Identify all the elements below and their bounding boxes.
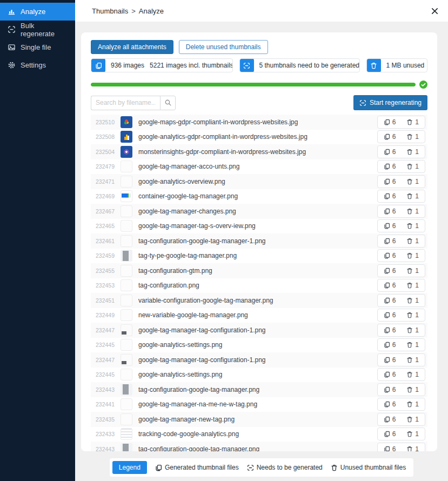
table-row[interactable]: 232447 google-tag-manager-tag-configurat…	[91, 352, 427, 368]
row-filename: variable-configuration-google-tag-manage…	[138, 297, 273, 304]
table-row[interactable]: 232504 monsterinsights-gdpr-compliant-in…	[91, 144, 427, 159]
table-row[interactable]: 232455 tag-configuration-gtm.png 6 1	[91, 263, 427, 278]
generated-count: 6	[392, 341, 396, 349]
start-regenerating-button[interactable]: Start regenerating	[353, 95, 427, 110]
unused-count-badge: 1	[406, 148, 419, 156]
table-row[interactable]: 232508 google-analytics-gdpr-compliant-i…	[91, 130, 427, 145]
copy-icon	[384, 297, 390, 304]
table-row[interactable]: 232445 google-analytics-settings.png 6 1	[91, 338, 427, 353]
copy-icon	[384, 342, 390, 348]
search-button[interactable]	[160, 96, 176, 110]
copy-icon	[384, 193, 390, 199]
delete-unused-button[interactable]: Delete unused thumbnails	[179, 40, 268, 54]
generated-count: 6	[392, 311, 396, 319]
row-thumbnail	[121, 131, 132, 143]
regenerate-icon	[8, 25, 16, 34]
search-input[interactable]	[91, 96, 160, 110]
table-row[interactable]: 232459 tag-ty-pe-google-tag-manager.png …	[91, 249, 427, 264]
unused-count: 1	[415, 148, 419, 156]
sidebar-item-single-file[interactable]: Single file	[0, 38, 75, 56]
row-id: 232479	[92, 163, 115, 170]
table-row[interactable]: 232447 google-tag-manager-tag-configurat…	[91, 323, 427, 338]
unused-count: 1	[415, 237, 419, 245]
unused-count: 1	[415, 416, 419, 423]
copy-icon	[384, 312, 390, 318]
table-row[interactable]: 232443 tag-configuration-google-tag-mana…	[91, 382, 427, 397]
generated-count-badge: 6	[384, 252, 396, 259]
breadcrumb: Thumbnails>Analyze	[92, 7, 164, 15]
unused-count-badge: 1	[406, 430, 419, 438]
sidebar-item-settings[interactable]: Settings	[0, 56, 75, 74]
row-thumbnail	[121, 279, 132, 291]
table-row[interactable]: 232441 google-tag-manager-na-me-ne-w-tag…	[91, 397, 427, 412]
table-row[interactable]: 232467 google-tag-manager-changes.png 6 …	[91, 204, 427, 219]
trash-icon	[406, 149, 413, 155]
generated-count: 6	[392, 163, 396, 170]
row-filename: google-analytics-gdpr-compliant-in-wordp…	[138, 133, 307, 141]
row-thumbnail	[121, 324, 132, 336]
legend-item-needs-generation: Needs to be generated	[247, 464, 323, 471]
sidebar-item-label: Bulk regenerate	[21, 22, 68, 38]
generated-count-badge: 6	[384, 430, 396, 438]
table-row[interactable]: 232461 tag-configuration-google-tag-mana…	[91, 233, 427, 249]
row-filename: tag-ty-pe-google-tag-manager.png	[138, 252, 237, 259]
table-row[interactable]: 232469 container-google-tag-manager.png …	[91, 189, 427, 204]
generated-count-badge: 6	[384, 133, 396, 141]
unused-count: 1	[415, 371, 419, 378]
trash-icon	[406, 223, 413, 229]
trash-icon	[406, 327, 413, 333]
toolbar: Analyze all attachments Delete unused th…	[91, 40, 427, 54]
row-thumbnail-counts: 6 1	[377, 145, 425, 158]
generated-count: 6	[392, 386, 396, 393]
row-thumbnail-counts: 6 1	[377, 309, 425, 322]
table-row[interactable]: 232451 variable-configuration-google-tag…	[91, 293, 427, 308]
row-thumbnail	[121, 428, 132, 440]
table-row[interactable]: 232433 tracking-code-google-analytics.pn…	[91, 427, 427, 442]
generated-count: 6	[392, 178, 396, 185]
row-filename: container-google-tag-manager.png	[138, 192, 238, 200]
unused-count: 1	[415, 252, 419, 259]
sidebar-item-label: Single file	[21, 43, 51, 51]
row-filename: new-variable-google-tag-manager.png	[138, 311, 248, 319]
close-icon[interactable]	[429, 5, 440, 17]
row-id: 232508	[92, 133, 115, 140]
table-row[interactable]: 232449 new-variable-google-tag-manager.p…	[91, 308, 427, 323]
table-row[interactable]: 232465 google-tag-manager-tag-s-overv-ie…	[91, 219, 427, 234]
trash-icon	[406, 238, 413, 244]
unused-count: 1	[415, 356, 419, 364]
unused-count-badge: 1	[406, 222, 419, 230]
table-row[interactable]: 232453 tag-configuration.png 6 1	[91, 278, 427, 293]
copy-icon	[384, 386, 390, 393]
unused-count-badge: 1	[406, 163, 419, 170]
generated-count-badge: 6	[384, 341, 396, 349]
regenerate-icon	[240, 58, 254, 72]
trash-icon	[367, 58, 381, 72]
table-row[interactable]: 232471 google-analytics-overview.png 6 1	[91, 174, 427, 189]
copy-icon	[384, 282, 390, 289]
table-row[interactable]: 232510 google-maps-gdpr-compliant-in-wor…	[91, 115, 427, 130]
copy-icon	[384, 252, 390, 259]
unused-count-badge: 1	[406, 192, 419, 200]
sidebar-item-bulk-regenerate[interactable]: Bulk regenerate	[0, 21, 75, 38]
table-row[interactable]: 232435 google-tag-manager-new-tag.png 6 …	[91, 412, 427, 427]
row-filename: google-analytics-overview.png	[138, 178, 225, 185]
generated-count: 6	[392, 282, 396, 289]
generated-count-badge: 6	[384, 208, 396, 215]
unused-count-badge: 1	[406, 386, 419, 393]
row-thumbnail	[121, 413, 132, 425]
needs-generation-stat-badge: 5 thumbnails need to be generated	[239, 58, 360, 72]
trash-icon	[331, 464, 338, 471]
row-thumbnail	[121, 146, 132, 158]
sidebar-item-analyze[interactable]: Analyze	[0, 3, 75, 21]
row-thumbnail-counts: 6 1	[377, 413, 425, 426]
table-row[interactable]: 232445 google-analytics-settings.png 6 1	[91, 368, 427, 383]
breadcrumb-section[interactable]: Thumbnails	[92, 7, 128, 15]
unused-count-badge: 1	[406, 341, 419, 349]
table-row[interactable]: 232443 tag-configuration-google-tag-mana…	[91, 442, 427, 451]
row-thumbnail	[121, 250, 132, 262]
row-id: 232469	[92, 193, 115, 199]
table-row[interactable]: 232479 google-tag-manager-acco-unts.png …	[91, 159, 427, 175]
analyze-all-button[interactable]: Analyze all attachments	[91, 40, 173, 54]
legend-button[interactable]: Legend	[112, 461, 147, 474]
start-regenerating-label: Start regenerating	[370, 99, 422, 106]
